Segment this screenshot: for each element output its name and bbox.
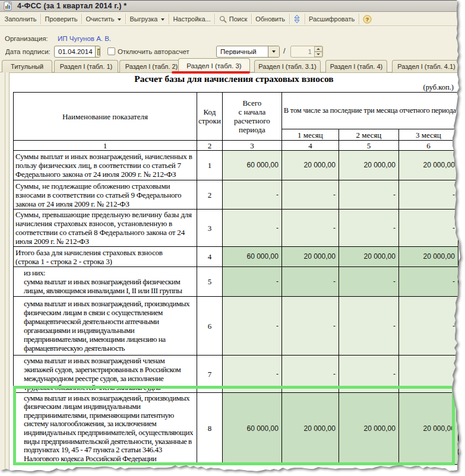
cell-month-2[interactable]: - [339,267,398,297]
tab-razdel1-t1[interactable]: Раздел I (табл. 1) [54,60,118,72]
row-name: из них: сумма выплат и иных вознагражден… [14,267,197,297]
check-button[interactable]: Проверить [42,14,81,24]
toolbar: Заполнить Проверить Очистить Выгрузка На… [0,12,465,26]
cell-total[interactable]: 60 000,00 [222,247,281,267]
cell-month-2[interactable]: - [339,297,398,356]
cell-month-2[interactable]: - [339,180,398,210]
header-name: Наименование показателя [14,93,197,141]
organization-label: Организация: [5,35,48,42]
cell-total[interactable]: 60 000,00 [222,151,281,180]
cell-month-1[interactable]: 20 000,00 [281,151,339,180]
cell-month-1[interactable]: - [281,297,339,356]
export-button-label: Выгрузка [129,15,157,23]
spinner-buttons[interactable] [314,46,322,57]
fill-button[interactable]: Заполнить [1,14,40,24]
export-menu-button[interactable]: Выгрузка [126,14,168,24]
cell-month-3[interactable]: - [398,267,458,297]
colnum-1: 1 [14,141,197,151]
decrypt-button[interactable]: Расшифровать [306,14,358,24]
row-name: Суммы выплат и иных вознаграждений, начи… [14,151,197,180]
cell-total[interactable]: - [222,180,281,210]
row-code: 2 [197,180,223,210]
cell-total[interactable]: - [222,210,281,247]
clear-menu-button[interactable]: Очистить [83,14,125,24]
tab-titulny[interactable]: Титульный [2,60,52,72]
tab-razdel1-t31[interactable]: Раздел I (табл. 3.1) [254,60,321,72]
toolbar-separator [81,14,82,24]
toolbar-separator [251,14,252,24]
svg-text:?: ? [366,16,369,23]
red-underline-annotation [172,71,250,74]
cell-month-2[interactable]: 20 000,00 [339,247,398,267]
cell-month-1[interactable]: - [281,210,339,247]
sign-date-label: Дата подписи: [5,48,50,55]
header-months-group: В том числе за последние три месяца отче… [281,93,458,129]
autocalc-checkbox[interactable] [107,47,115,55]
table-row: Суммы, превышающие предельную величину б… [14,210,458,247]
cell-month-3[interactable]: - [398,210,458,247]
toolbar-separator [169,14,169,24]
refresh-button[interactable]: Обновить [252,14,289,24]
tab-razdel1-t2[interactable]: Раздел I (табл. 2) [119,60,184,72]
tab-razdel1-t41[interactable]: Раздел I (табл. 4.1) [392,60,461,72]
colnum-3: 3 [222,141,281,151]
cell-month-3[interactable]: - [398,180,458,210]
table-numbering-row: 1 2 3 4 5 6 [14,141,458,151]
toolbar-separator [359,14,359,24]
header-month-2: 2 месяц [339,129,398,141]
sign-date-field[interactable]: 01.04.2014 [54,46,100,58]
header-code: Код строки [197,93,223,141]
cell-month-1[interactable]: - [281,267,339,297]
report-title: Расчет базы для начисления страховых взн… [13,74,455,83]
dropdown-button[interactable] [268,46,279,57]
search-button[interactable]: Поиск [216,14,250,24]
header-month-3: 3 месяц [398,129,458,141]
cell-month-3[interactable]: 20 000,00 [398,151,458,180]
cell-month-1[interactable]: - [281,180,339,210]
sign-date-value[interactable]: 01.04.2014 [55,48,95,56]
cell-total[interactable]: - [222,297,281,356]
tab-razdel1-t4[interactable]: Раздел I (табл. 4) [325,60,387,72]
sort-arrows-button[interactable] [290,14,304,24]
table-row: из них: сумма выплат и иных вознагражден… [14,267,458,297]
organization-value[interactable]: ИП Чугунов А. В. [58,35,111,42]
table-row: Суммы выплат и иных вознаграждений, начи… [14,151,458,180]
tab-razdel1-t3[interactable]: Раздел I (табл. 3) [178,58,250,72]
row-code: 4 [197,247,223,267]
toolbar-separator [305,14,305,24]
row-name: Суммы, не подлежащие обложению страховым… [14,180,197,210]
report-units: (руб.коп.) [13,83,454,92]
green-highlight-annotation [13,386,455,465]
row-name: сумма выплат и иных вознаграждений, прои… [14,297,197,356]
chevron-down-icon [272,50,276,53]
settings-button[interactable]: Настройка... [170,14,214,24]
row-code: 1 [197,151,223,180]
toolbar-separator [289,14,290,24]
report-kind-select[interactable]: Первичный [216,46,280,58]
table-row: Суммы, не подлежащие обложению страховым… [14,180,458,210]
window-title: 4-ФСС (за 1 квартал 2014 г.) * [17,2,126,11]
correction-number-spinner[interactable]: 1 [290,46,323,58]
cell-month-2[interactable]: - [339,210,398,247]
cell-month-1[interactable]: 20 000,00 [281,247,339,267]
spin-up-button[interactable] [314,46,322,52]
cell-month-2[interactable]: 20 000,00 [339,151,398,180]
help-button[interactable]: ? [360,14,375,25]
toolbar-separator [125,14,126,24]
table-row: сумма выплат и иных вознаграждений, прои… [14,297,458,356]
report-window: 4-ФСС (за 1 квартал 2014 г.) * Заполнить… [0,0,465,476]
colnum-2: 2 [197,141,223,151]
cell-total[interactable]: - [222,267,281,297]
refresh-button-label: Обновить [255,15,285,23]
cell-month-3[interactable]: 20 000,00 [398,247,458,267]
autocalc-label: Отключить авторасчет [118,48,189,55]
header-month-1: 1 месяц [281,129,339,141]
arrow-up-icon [317,48,320,50]
row-code: 5 [197,267,223,297]
row-code: 6 [197,297,223,356]
calendar-button[interactable] [95,46,100,57]
cell-month-3[interactable]: - [398,297,458,356]
window-titlebar: 4-ФСС (за 1 квартал 2014 г.) * [0,0,465,12]
spin-down-button[interactable] [314,52,322,57]
settings-button-label: Настройка... [173,15,210,23]
